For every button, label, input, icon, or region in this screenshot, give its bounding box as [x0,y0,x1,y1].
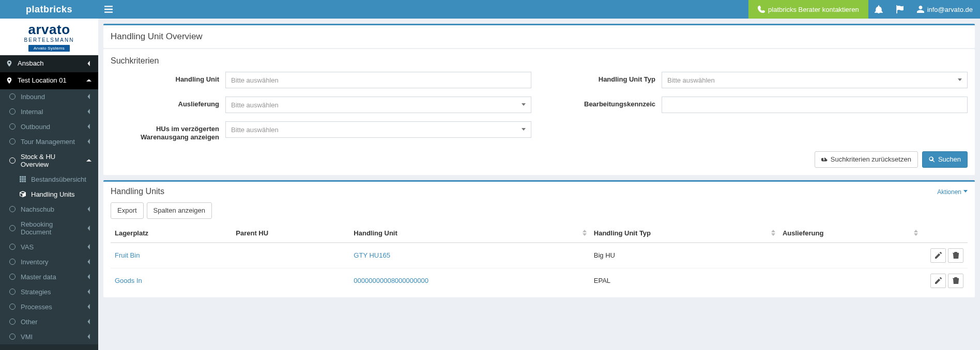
sidebar-item-label: Tour Management [21,138,75,146]
ring-icon [9,206,16,212]
location-label: Ansbach [18,59,44,68]
table-actions-menu[interactable]: Aktionen [937,184,975,196]
label-processing-flag: Bearbeitungskennzeic [547,97,655,108]
lagerplatz-link[interactable]: Goods In [115,277,142,284]
label-hu-type: Handling Unit Typ [547,72,655,84]
contact-advisor-button[interactable]: platbricks Berater kontaktieren [748,0,868,19]
edit-button[interactable] [930,274,946,288]
chevron-left-icon [86,319,92,325]
processing-flag-input[interactable] [662,97,968,113]
sidebar-item-rebooking-document[interactable]: Rebooking Document [0,217,98,240]
delayed-hus-select[interactable]: Bitte auswählen [225,121,531,138]
user-icon [917,6,924,13]
handling-unit-link[interactable]: 00000000008000000000 [354,277,428,284]
handling-unit-link[interactable]: GTY HU165 [354,251,390,259]
delivery-select[interactable]: Bitte auswählen [225,97,531,113]
col-lagerplatz[interactable]: Lagerplatz [111,224,232,243]
chevron-left-icon [86,333,92,340]
notifications-button[interactable] [868,0,889,19]
sort-icon [771,230,775,236]
ring-icon [9,244,16,250]
ring-icon [9,304,16,310]
chevron-left-icon [86,259,92,265]
ring-icon [9,259,16,265]
ring-icon [9,93,16,100]
caret-down-icon [958,76,962,84]
sidebar-item-label: Outbound [21,123,50,131]
location-test-01[interactable]: Test Location 01 [0,72,98,89]
sidebar-subitem-label: Bestandsübersicht [31,176,86,183]
caret-down-icon [522,101,526,109]
col-delivery[interactable]: Auslieferung [778,224,921,243]
flag-button[interactable] [889,0,910,19]
col-handling-unit[interactable]: Handling Unit [349,224,589,243]
col-actions [921,224,968,243]
ring-icon [9,289,16,295]
grid-icon [20,176,26,182]
hu-type-select-value: Bitte auswählen [667,76,715,84]
edit-button[interactable] [930,248,946,263]
location-ansbach[interactable]: Ansbach [0,55,98,72]
table-row: Goods In00000000008000000000EPAL [111,268,968,293]
sidebar-item-label: VAS [21,243,34,251]
chevron-left-icon [86,274,92,280]
export-button-label: Export [117,206,137,214]
delete-button[interactable] [948,248,963,263]
sidebar-item-vmi[interactable]: VMI [0,329,98,344]
chevron-left-icon [86,304,92,310]
sidebar-item-internal[interactable]: Internal [0,104,98,119]
sidebar-item-processes[interactable]: Processes [0,299,98,314]
tenant-logo: arvato BERTELSMANN Arvato Systems [0,19,98,55]
hu-type-select[interactable]: Bitte auswählen [662,72,968,88]
sidebar-toggle[interactable] [98,0,119,19]
sidebar-item-stock-hu-overview[interactable]: Stock & HU Overview [0,149,98,172]
label-delayed-hus: HUs im verzögerten Warenausgang anzeigen [111,121,219,142]
sidebar-item-inventory[interactable]: Inventory [0,254,98,269]
sidebar-item-label: Stock & HU Overview [21,153,81,168]
sidebar-item-label: VMI [21,333,33,341]
export-button[interactable]: Export [111,202,144,219]
phone-icon [758,6,765,13]
chevron-left-icon [86,289,92,295]
user-email-label: info@arvato.de [927,6,973,13]
sidebar-subitem-handling-units[interactable]: Handling Units [0,187,98,202]
sidebar-item-label: Internal [21,108,43,116]
delete-button[interactable] [948,274,963,288]
caret-down-icon [963,188,968,196]
label-handling-unit: Handling Unit [111,72,219,84]
sidebar-item-strategies[interactable]: Strategies [0,284,98,299]
search-button[interactable]: Suchen [922,151,968,168]
chevron-left-icon [86,123,92,130]
chevron-down-icon [86,77,92,84]
handling-unit-input[interactable] [225,72,531,88]
sidebar-item-outbound[interactable]: Outbound [0,119,98,134]
chevron-left-icon [86,157,92,164]
col-hu-type[interactable]: Handling Unit Typ [590,224,778,243]
chevron-left-icon [86,108,92,115]
sidebar-subitem-bestands-bersicht[interactable]: Bestandsübersicht [0,172,98,187]
sort-icon [914,230,918,236]
sidebar-item-vas[interactable]: VAS [0,240,98,254]
sidebar-item-inbound[interactable]: Inbound [0,89,98,104]
user-menu[interactable]: info@arvato.de [910,0,980,19]
col-parent-hu[interactable]: Parent HU [232,224,349,243]
ring-icon [9,108,16,115]
reset-criteria-button[interactable]: Suchkriterien zurücksetzen [815,151,918,168]
ring-icon [9,274,16,280]
show-columns-button[interactable]: Spalten anzeigen [147,202,212,219]
results-title: Handling Units [103,182,172,198]
delivery-select-value: Bitte auswählen [231,101,279,109]
sidebar-item-other[interactable]: Other [0,314,98,329]
search-icon [929,156,935,163]
location-label: Test Location 01 [18,76,67,85]
sidebar-item-tour-management[interactable]: Tour Management [0,134,98,149]
sidebar-item-label: Master data [21,273,56,281]
page-title: Handling Unit Overview [103,25,975,48]
lagerplatz-link[interactable]: Fruit Bin [115,251,140,259]
sidebar-item-master-data[interactable]: Master data [0,269,98,284]
sidebar-item-nachschub[interactable]: Nachschub [0,202,98,217]
delivery-cell [778,243,921,268]
search-criteria-box: Suchkriterien Handling Unit Handling Uni… [103,49,975,175]
overview-box: Handling Unit Overview [103,24,975,48]
table-actions-label: Aktionen [937,188,961,196]
